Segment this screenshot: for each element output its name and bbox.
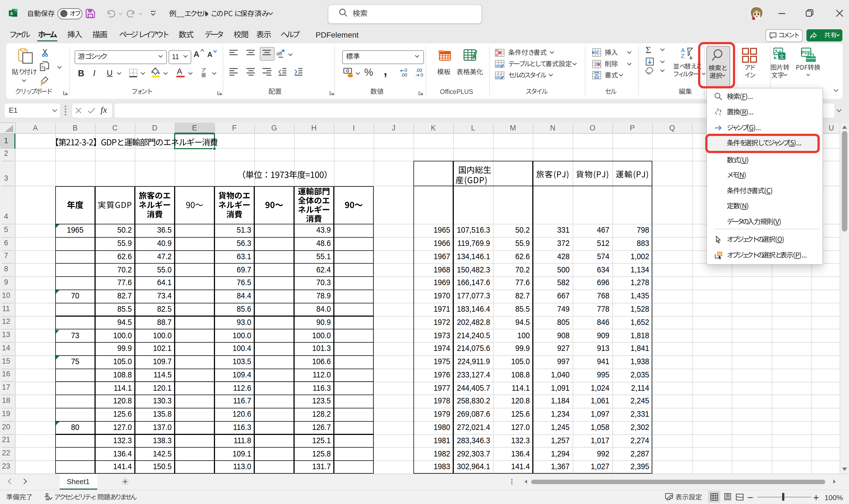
svg-text:.00: .00 xyxy=(401,72,408,78)
svg-text:0: 0 xyxy=(421,72,423,78)
svg-text:b: b xyxy=(717,107,719,112)
svg-text:c: c xyxy=(719,112,721,116)
svg-text:A: A xyxy=(681,47,685,53)
svg-text:Z: Z xyxy=(681,53,684,59)
svg-text:文: 文 xyxy=(779,53,784,59)
svg-text:ab: ab xyxy=(276,51,282,56)
svg-text:x: x xyxy=(10,11,13,16)
